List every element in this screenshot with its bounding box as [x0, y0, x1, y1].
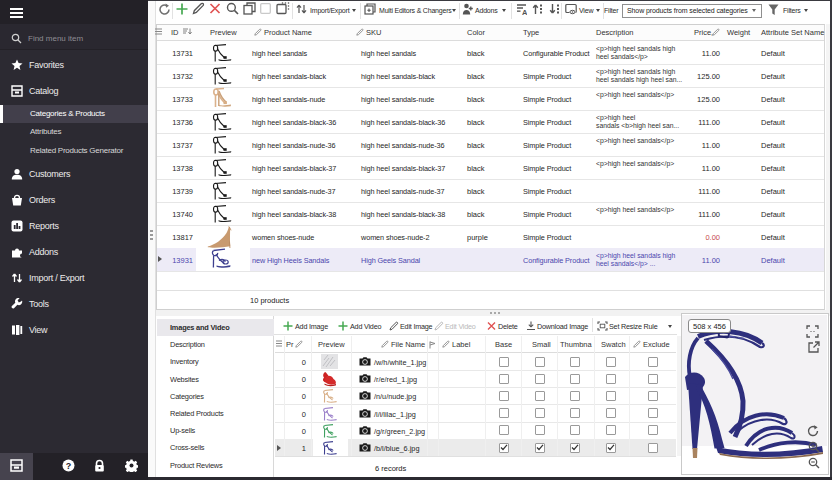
svg-text:A: A [522, 8, 527, 16]
svg-text:?: ? [66, 461, 72, 471]
